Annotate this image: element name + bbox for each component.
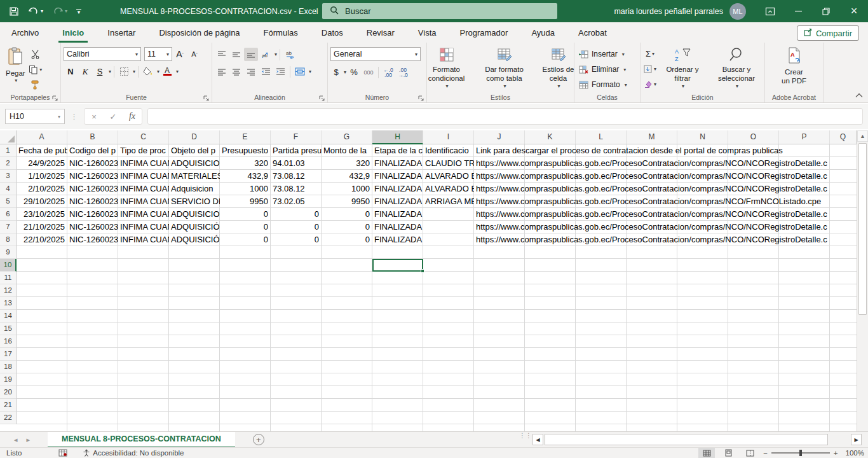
- align-center-icon[interactable]: [229, 65, 243, 78]
- scroll-right-icon[interactable]: ▶: [851, 434, 862, 445]
- cell-G8[interactable]: 0: [322, 233, 372, 246]
- zoom-in-icon[interactable]: +: [834, 449, 838, 457]
- sheet-tab-active[interactable]: MENSUAL 8-PROCESOS-CONTRATACION: [48, 432, 235, 448]
- fuente-dialog-launcher-icon[interactable]: [203, 94, 210, 101]
- select-all-corner[interactable]: [0, 130, 17, 144]
- cell-G6[interactable]: 0: [322, 208, 372, 221]
- column-header-K[interactable]: K: [525, 130, 576, 144]
- column-header-Q[interactable]: Q: [830, 130, 857, 144]
- cell-E1[interactable]: Presupuesto: [220, 144, 271, 157]
- cell-D1[interactable]: Objeto del p: [169, 144, 220, 157]
- column-header-F[interactable]: F: [271, 130, 322, 144]
- cell-J3[interactable]: https://www.compraspublicas.gob.ec/Proce…: [474, 170, 857, 183]
- cell-H3[interactable]: FINALIZADA: [372, 170, 423, 183]
- cell-J6[interactable]: https://www.compraspublicas.gob.ec/Proce…: [474, 208, 857, 221]
- format-cells-button[interactable]: Formato▾: [577, 77, 637, 92]
- tab-acrobat[interactable]: Acrobat: [577, 24, 608, 41]
- currency-format-icon[interactable]: $: [330, 66, 342, 79]
- column-header-C[interactable]: C: [118, 130, 169, 144]
- column-header-D[interactable]: D: [169, 130, 220, 144]
- format-as-table-button[interactable]: Dar formato como tabla▾: [475, 45, 534, 94]
- tab-programador[interactable]: Programador: [459, 24, 510, 41]
- cell-A3[interactable]: 1/10/2025: [17, 170, 67, 183]
- font-color-icon[interactable]: A: [160, 65, 174, 78]
- normal-view-icon[interactable]: [698, 448, 715, 458]
- tab-insertar[interactable]: Insertar: [106, 24, 137, 41]
- tab-vista[interactable]: Vista: [417, 24, 438, 41]
- cell-D3[interactable]: MATERIALES: [169, 170, 220, 183]
- cell-I1[interactable]: Identificacio: [423, 144, 474, 157]
- scroll-up-icon[interactable]: ▲: [857, 130, 868, 142]
- search-box[interactable]: Buscar: [322, 3, 557, 19]
- align-right-icon[interactable]: [244, 65, 258, 78]
- cell-C1[interactable]: Tipo de proc: [118, 144, 169, 157]
- merge-center-icon[interactable]: [293, 65, 307, 78]
- font-name-combo[interactable]: Calibri▾: [64, 47, 141, 61]
- vertical-scrollbar[interactable]: ▲: [857, 130, 868, 431]
- column-header-L[interactable]: L: [576, 130, 627, 144]
- decrease-decimal-icon[interactable]: .00→.0: [396, 66, 410, 79]
- numero-dialog-launcher-icon[interactable]: [418, 94, 424, 101]
- cell-F4[interactable]: 73.08.12: [271, 183, 322, 195]
- cell-E6[interactable]: 0: [220, 208, 271, 221]
- create-pdf-button[interactable]: A Crearun PDF: [778, 45, 810, 94]
- page-break-view-icon[interactable]: [742, 448, 758, 458]
- cell-B2[interactable]: NIC-1260023: [67, 157, 118, 170]
- clear-icon[interactable]: ▾: [643, 78, 657, 91]
- cell-B1[interactable]: Codigo del p: [67, 144, 118, 157]
- page-layout-view-icon[interactable]: [720, 448, 736, 458]
- tab-inicio[interactable]: Inicio: [61, 24, 85, 41]
- cell-F8[interactable]: 0: [271, 233, 322, 246]
- cell-J2[interactable]: https://www.compraspublicas.gob.ec/Proce…: [474, 157, 857, 170]
- cell-E2[interactable]: 320: [220, 157, 271, 170]
- cell-I4[interactable]: ALVARADO E: [423, 183, 474, 195]
- cancel-entry-icon[interactable]: ×: [85, 109, 104, 124]
- cell-A4[interactable]: 2/10/2025: [17, 183, 67, 195]
- cell-E8[interactable]: 0: [220, 233, 271, 246]
- cell-F7[interactable]: 0: [271, 221, 322, 233]
- cell-J8[interactable]: https://www.compraspublicas.gob.ec/Proce…: [474, 233, 857, 246]
- collapse-ribbon-icon[interactable]: [855, 90, 863, 100]
- vertical-scroll-thumb[interactable]: [858, 143, 867, 315]
- increase-indent-icon[interactable]: [273, 65, 287, 78]
- redo-icon[interactable]: ▾: [52, 6, 67, 16]
- cell-H6[interactable]: FINALIZADA: [372, 208, 423, 221]
- sheet-nav-right-icon[interactable]: ▸: [27, 436, 31, 444]
- tab-datos[interactable]: Datos: [320, 24, 344, 41]
- decrease-indent-icon[interactable]: [259, 65, 273, 78]
- customize-toolbar-icon[interactable]: ▾: [76, 9, 81, 14]
- cell-C6[interactable]: INFIMA CUANTIA: [118, 208, 169, 221]
- macro-record-icon[interactable]: [58, 449, 67, 457]
- cell-A7[interactable]: 21/10/2025: [17, 221, 67, 233]
- user-name[interactable]: maria lourdes peñafiel parrales: [614, 7, 723, 16]
- cell-E5[interactable]: 9950: [220, 195, 271, 208]
- column-header-M[interactable]: M: [627, 130, 677, 144]
- cell-J5[interactable]: https://www.compraspublicas.gob.ec/Proce…: [474, 195, 857, 208]
- insert-cells-button[interactable]: Insertar▾: [577, 46, 637, 62]
- cell-G2[interactable]: 320: [322, 157, 372, 170]
- cell-H8[interactable]: FINALIZADA: [372, 233, 423, 246]
- horizontal-scroll-thumb[interactable]: [545, 434, 828, 445]
- italic-button[interactable]: K: [78, 65, 92, 78]
- align-middle-icon[interactable]: [229, 48, 243, 61]
- cut-icon[interactable]: [29, 48, 43, 61]
- column-header-H[interactable]: H: [372, 130, 423, 144]
- zoom-level[interactable]: 100%: [846, 449, 864, 457]
- column-header-I[interactable]: I: [423, 130, 474, 144]
- zoom-out-icon[interactable]: −: [763, 449, 768, 457]
- portapapeles-dialog-launcher-icon[interactable]: [52, 94, 58, 101]
- column-header-B[interactable]: B: [67, 130, 118, 144]
- cell-B6[interactable]: NIC-1260023: [67, 208, 118, 221]
- tab-ayuda[interactable]: Ayuda: [530, 24, 556, 41]
- increase-decimal-icon[interactable]: ←.0.00: [381, 66, 395, 79]
- cell-A5[interactable]: 29/10/2025: [17, 195, 67, 208]
- scroll-left-icon[interactable]: ◀: [532, 434, 543, 445]
- decrease-font-icon[interactable]: Aˇ: [187, 48, 201, 61]
- cell-H2[interactable]: FINALIZADA: [372, 157, 423, 170]
- share-button[interactable]: Compartir: [797, 25, 859, 41]
- cell-D5[interactable]: SERVICIO DE: [169, 195, 220, 208]
- cell-C7[interactable]: INFIMA CUANTIA: [118, 221, 169, 233]
- cell-D2[interactable]: ADQUISICION: [169, 157, 220, 170]
- zoom-thumb[interactable]: [799, 450, 802, 456]
- cell-I5[interactable]: ARRIAGA ME: [423, 195, 474, 208]
